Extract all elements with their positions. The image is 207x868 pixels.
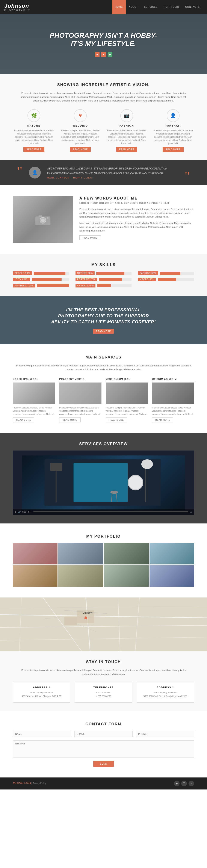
submit-button[interactable]: SEND: [93, 761, 114, 767]
studio-illustration: [33, 459, 172, 506]
address1-box: ADDRESS 1 The Company Name Inc 4997 Aber…: [13, 682, 70, 703]
nav-contacts[interactable]: CONTACTS: [182, 0, 203, 14]
video-progress-bar[interactable]: [33, 512, 188, 512]
vision-section: SHOWING INCREDIBLE ARTISTIC VISION. Prae…: [0, 74, 207, 160]
vision-wedding: ♥ WEDDING Praesent volutpat molestie lac…: [59, 109, 101, 152]
service-1-image: [13, 382, 55, 404]
address2-title: ADDRESS 2: [141, 686, 189, 689]
nav-portfolio[interactable]: PORTFOLIO: [161, 0, 182, 14]
skill-wedding-label: WEDDING 100%: [13, 284, 35, 287]
video-fullscreen-icon[interactable]: ⛶: [190, 511, 192, 513]
nav-services[interactable]: SERVICES: [141, 0, 161, 14]
skill-portrait-fill: [99, 278, 122, 281]
service-1: LOREM IPSUM DOL Praesent volutpat molest…: [13, 378, 55, 423]
skill-fashion-bar: [160, 272, 194, 275]
nav-about[interactable]: ABOUT: [126, 0, 141, 14]
services-grid: LOREM IPSUM DOL Praesent volutpat molest…: [13, 378, 194, 423]
phone-input[interactable]: [136, 731, 194, 737]
social-rss-icon[interactable]: ◉: [174, 781, 180, 786]
portfolio-item-5[interactable]: [13, 565, 58, 587]
contact-info-grid: ADDRESS 1 The Company Name Inc 4997 Aber…: [13, 682, 194, 703]
skill-city: CITY 80%: [13, 278, 69, 281]
hero-icon-1: ◀: [95, 52, 99, 57]
portfolio-item-8[interactable]: [149, 565, 194, 587]
service-4-btn[interactable]: READ MORE: [152, 417, 174, 423]
portfolio-title: MY PORTFOLIO: [13, 534, 194, 539]
portfolio-item-1[interactable]: [13, 543, 58, 564]
name-input[interactable]: [13, 731, 71, 737]
vision-fashion-title: FASHION: [106, 124, 148, 127]
hero-icon-2: ■: [101, 52, 106, 57]
hero-icon-3: ▶: [108, 52, 112, 57]
service-4-desc: Praesent volutpat molestie lacus. Aenean…: [152, 406, 194, 416]
skill-animals-label: ANIMALS 40%: [76, 284, 96, 287]
contact-form: SEND: [13, 731, 194, 767]
portfolio-item-2[interactable]: [58, 543, 103, 564]
photographer-image: [13, 196, 73, 243]
portfolio-section: MY PORTFOLIO: [0, 523, 207, 597]
skill-portrait-bar: [99, 278, 132, 281]
phone1: + 903 929-3060: [79, 691, 128, 694]
hero-icons: ◀ ■ ▶: [50, 52, 157, 57]
map-placeholder: Glasgow: [0, 597, 207, 651]
about-read-more-btn[interactable]: READ MORE: [79, 235, 101, 240]
skill-fashion-fill: [160, 272, 180, 275]
portfolio-item-7[interactable]: [104, 565, 149, 587]
nav-home[interactable]: HOME: [112, 0, 126, 14]
skill-wedding-fill: [37, 284, 69, 287]
video-play-icon[interactable]: ▶: [15, 511, 17, 513]
social-facebook-icon[interactable]: f: [188, 781, 194, 786]
social-twitter-icon[interactable]: 𝕋: [181, 781, 187, 786]
skill-nature-bar: [96, 272, 132, 275]
svg-point-15: [129, 476, 142, 489]
testimonial-content: SED UT PERSPICIATIS UNDE OMNIS ISTE NATU…: [47, 167, 178, 179]
footer-brand: JOHNSON: [13, 782, 23, 784]
email-input[interactable]: [75, 731, 133, 737]
services-intro: Praesent volutpat molestie lacus. Aenean…: [13, 364, 194, 371]
map-section: Glasgow: [0, 597, 207, 651]
vision-wedding-btn[interactable]: READ MORE: [70, 147, 91, 152]
vision-nature-icon: 🌿: [27, 109, 40, 122]
privacy-policy-link[interactable]: Privacy Policy: [33, 782, 46, 784]
main-nav: HOME ABOUT SERVICES PORTFOLIO CONTACTS: [112, 0, 203, 14]
form-submit-area: SEND: [13, 761, 194, 767]
about-para1: Praesent volutpat molestie lacus. Aenean…: [79, 208, 194, 219]
form-phone-field: [136, 731, 194, 737]
skill-animals-fill: [97, 284, 111, 287]
portfolio-item-3[interactable]: [104, 543, 149, 564]
testimonial-author: MARK JOHNSON – happy client: [47, 177, 178, 179]
skill-macro: MACRO 50%: [138, 278, 194, 281]
skill-city-label: CITY 80%: [13, 278, 30, 281]
logo: Johnson Photography: [4, 3, 30, 11]
service-3: VESTIBULUM IACU Praesent volutpat molest…: [106, 378, 148, 423]
testimonial-text: SED UT PERSPICIATIS UNDE OMNIS ISTE NATU…: [47, 167, 178, 175]
svg-point-4: [47, 217, 49, 219]
portfolio-item-4[interactable]: [149, 543, 194, 564]
overview-section: SERVICES OVERVIEW ▶: [0, 433, 207, 523]
form-message-field: [13, 740, 194, 757]
vision-wedding-title: WEDDING: [59, 124, 101, 127]
skill-city-fill: [32, 278, 62, 281]
video-sound-icon[interactable]: 🔊: [18, 511, 21, 513]
service-3-btn[interactable]: READ MORE: [106, 417, 127, 423]
vision-wedding-text: Praesent volutpat molestie lacus. Aenean…: [59, 129, 101, 145]
service-4-image: [152, 382, 194, 404]
vision-portrait-btn[interactable]: READ MORE: [162, 147, 184, 152]
service-1-desc: Praesent volutpat molestie lacus. Aenean…: [13, 406, 55, 416]
vision-fashion-btn[interactable]: READ MORE: [116, 147, 137, 152]
service-1-title: LOREM IPSUM DOL: [13, 378, 55, 380]
service-1-btn[interactable]: READ MORE: [13, 417, 34, 423]
vision-nature-btn[interactable]: READ MORE: [23, 147, 45, 152]
about-title: A FEW WORDS ABOUT ME: [79, 196, 194, 200]
skill-animals-bar: [97, 284, 131, 287]
service-2-btn[interactable]: READ MORE: [59, 417, 81, 423]
banner-read-more-btn[interactable]: READ MORE: [93, 329, 114, 334]
service-4: UT ENIM AD MINIM Praesent volutpat moles…: [152, 378, 194, 423]
logo-subtitle: Photography: [4, 9, 30, 11]
vision-intro: Praesent volutpat molestie lacus. Aenean…: [18, 91, 189, 103]
skill-people-bar: [34, 272, 69, 275]
portfolio-item-6[interactable]: [58, 565, 103, 587]
about-para2: Nam enim est, auctor id, ullamcorper non…: [79, 221, 194, 233]
service-3-title: VESTIBULUM IACU: [106, 378, 148, 380]
message-textarea[interactable]: [13, 740, 194, 757]
